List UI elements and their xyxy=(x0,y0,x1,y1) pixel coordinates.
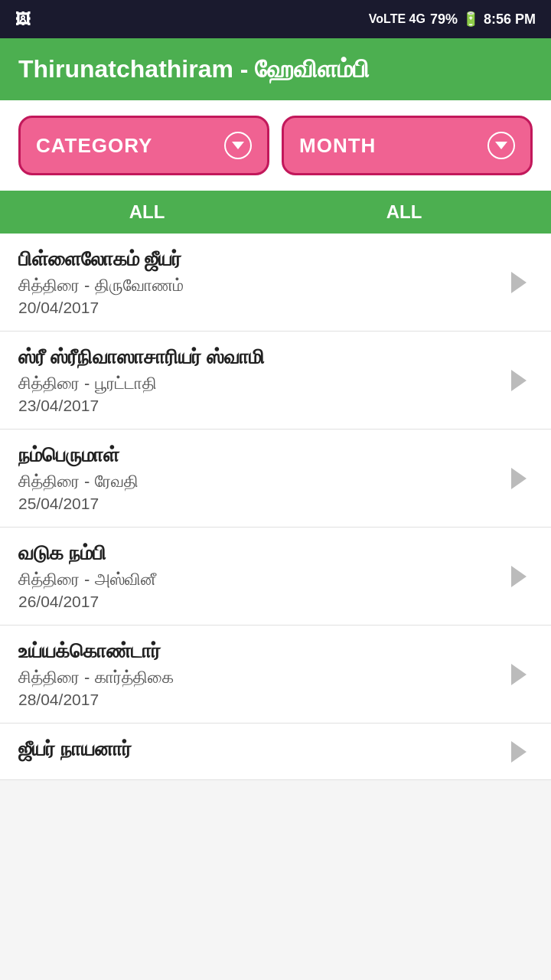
status-icons: VoLTE 4G 79% 🔋 8:56 PM xyxy=(369,11,536,28)
all-category: ALL xyxy=(18,201,276,223)
item-subtitle: சித்திரை - அஸ்வினீ xyxy=(18,570,496,590)
list-item-content: உய்யக்கொண்டார் சித்திரை - கார்த்திகை 28/… xyxy=(18,639,496,709)
filter-bar: CATEGORY MONTH xyxy=(0,100,551,191)
list-item[interactable]: வடுக நம்பி சித்திரை - அஸ்வினீ 26/04/2017 xyxy=(0,528,551,626)
arrow-icon xyxy=(505,661,533,688)
list-item[interactable]: ஸ்ரீ ஸ்ரீநிவாஸாசாரியர் ஸ்வாமி சித்திரை -… xyxy=(0,332,551,430)
month-label: MONTH xyxy=(299,134,376,158)
svg-marker-4 xyxy=(511,664,527,685)
battery-label: 🔋 xyxy=(462,11,479,28)
svg-marker-5 xyxy=(511,741,527,763)
svg-marker-2 xyxy=(511,468,527,489)
list-item-content: பிள்ளைலோகம் ஜீயர் சித்திரை - திருவோணம் 2… xyxy=(18,247,496,317)
item-subtitle: சித்திரை - கார்த்திகை xyxy=(18,668,496,688)
item-title: வடுக நம்பி xyxy=(18,541,496,565)
page-title: Thirunatchathiram - ஹேவிளம்பி xyxy=(18,55,370,83)
signal-label: 79% xyxy=(430,11,458,28)
list-item-content: நம்பெருமாள் சித்திரை - ரேவதி 25/04/2017 xyxy=(18,443,496,513)
left-status-icon: 🖼 xyxy=(15,11,31,28)
item-title: உய்யக்கொண்டார் xyxy=(18,639,496,663)
item-subtitle: சித்திரை - பூரட்டாதி xyxy=(18,374,496,394)
category-filter-button[interactable]: CATEGORY xyxy=(18,116,269,175)
item-subtitle: சித்திரை - திருவோணம் xyxy=(18,276,496,296)
network-label: VoLTE 4G xyxy=(369,12,425,26)
list-item[interactable]: நம்பெருமாள் சித்திரை - ரேவதி 25/04/2017 xyxy=(0,430,551,528)
arrow-icon xyxy=(505,563,533,590)
month-filter-button[interactable]: MONTH xyxy=(282,116,533,175)
arrow-icon xyxy=(505,738,533,766)
item-subtitle: சித்திரை - ரேவதி xyxy=(18,472,496,492)
item-date: 28/04/2017 xyxy=(18,691,496,709)
item-date: 20/04/2017 xyxy=(18,299,496,317)
app-header: Thirunatchathiram - ஹேவிளம்பி xyxy=(0,38,551,100)
item-title: ஸ்ரீ ஸ்ரீநிவாஸாசாரியர் ஸ்வாமி xyxy=(18,345,496,369)
category-chevron-icon xyxy=(224,132,252,159)
arrow-icon xyxy=(505,269,533,296)
items-list: பிள்ளைலோகம் ஜீயர் சித்திரை - திருவோணம் 2… xyxy=(0,234,551,780)
item-date: 25/04/2017 xyxy=(18,495,496,513)
list-item[interactable]: ஜீயர் நாயனார் xyxy=(0,724,551,780)
list-item[interactable]: பிள்ளைலோகம் ஜீயர் சித்திரை - திருவோணம் 2… xyxy=(0,234,551,332)
status-bar: 🖼 VoLTE 4G 79% 🔋 8:56 PM xyxy=(0,0,551,38)
item-date: 23/04/2017 xyxy=(18,397,496,415)
time-label: 8:56 PM xyxy=(484,11,536,28)
item-title: ஜீயர் நாயனார் xyxy=(18,737,496,761)
all-month: ALL xyxy=(276,201,533,223)
item-title: பிள்ளைலோகம் ஜீயர் xyxy=(18,247,496,271)
arrow-icon xyxy=(505,465,533,492)
arrow-icon xyxy=(505,367,533,394)
item-date: 26/04/2017 xyxy=(18,593,496,611)
list-item-content: வடுக நம்பி சித்திரை - அஸ்வினீ 26/04/2017 xyxy=(18,541,496,611)
svg-marker-1 xyxy=(511,370,527,391)
category-label: CATEGORY xyxy=(36,134,152,158)
svg-marker-0 xyxy=(511,272,527,293)
list-item-content: ஸ்ரீ ஸ்ரீநிவாஸாசாரியர் ஸ்வாமி சித்திரை -… xyxy=(18,345,496,415)
list-item-content: ஜீயர் நாயனார் xyxy=(18,737,496,766)
list-item[interactable]: உய்யக்கொண்டார் சித்திரை - கார்த்திகை 28/… xyxy=(0,626,551,724)
all-row: ALL ALL xyxy=(0,191,551,234)
month-chevron-icon xyxy=(487,132,515,159)
item-title: நம்பெருமாள் xyxy=(18,443,496,467)
svg-marker-3 xyxy=(511,566,527,587)
